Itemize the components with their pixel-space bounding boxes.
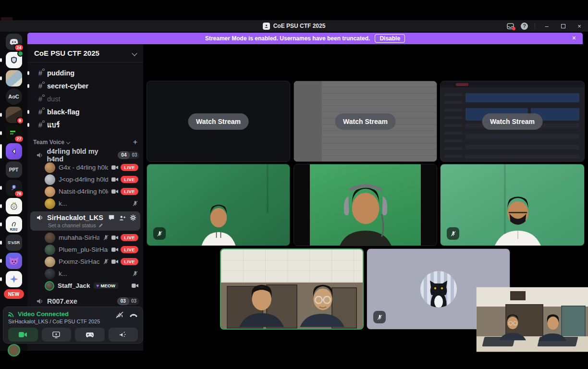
channel-pudding[interactable]: # pudding — [27, 66, 143, 79]
voice-member[interactable]: k... — [27, 268, 143, 280]
mic-muted-icon — [103, 234, 109, 241]
avatar — [45, 269, 55, 279]
watch-stream-button[interactable]: Watch Stream — [482, 113, 543, 130]
server-icon-r202[interactable]: R202 — [6, 216, 22, 233]
hash-lock-icon: # — [37, 95, 44, 103]
voice-member[interactable]: k... — [27, 197, 143, 209]
server-icon-cyber-shield[interactable] — [6, 52, 22, 68]
video-tile-participant-2[interactable] — [294, 164, 437, 246]
avatar — [45, 245, 55, 255]
hash-lock-icon: # — [37, 108, 44, 116]
channel-dust[interactable]: # dust — [27, 92, 143, 105]
maximize-button[interactable] — [558, 23, 568, 30]
video-tile-participant-3[interactable] — [440, 164, 585, 246]
server-icon-new[interactable]: NEW — [4, 289, 24, 299]
mic-muted-icon — [132, 271, 138, 277]
hash-lock-icon: # — [37, 82, 44, 90]
disconnect-call-icon[interactable] — [129, 313, 138, 317]
voice-channel-d4rling[interactable]: d4rling h0ld my h4nd 0403 — [27, 148, 143, 161]
noise-suppression-off-icon[interactable] — [116, 311, 123, 319]
unread-pill — [0, 241, 2, 245]
voice-channel-sirhackalot-selected[interactable]: SirHackalot_LKS Set a channel status — [30, 211, 140, 231]
voice-channel-r007[interactable]: R007.exe 0303 — [27, 295, 143, 308]
voice-member[interactable]: Natsit-d4rling h0ld ... LIVE — [27, 185, 143, 197]
voice-member[interactable]: G4x - d4rling h0ld m... LIVE — [27, 161, 143, 173]
title-bar: CoE PSU CTF 2025 — [0, 20, 588, 32]
minimize-button[interactable]: – — [542, 23, 551, 30]
camera-toggle-button[interactable] — [8, 328, 38, 342]
user-avatar-partial[interactable] — [8, 344, 20, 357]
help-icon[interactable]: ? — [521, 23, 528, 30]
video-tile-participant-1[interactable] — [147, 164, 290, 246]
inbox-icon[interactable] — [507, 23, 514, 29]
video-tile-speaking-pair[interactable] — [220, 248, 364, 330]
mic-muted-indicator — [373, 311, 386, 323]
hash-lock-icon: # — [37, 121, 44, 129]
soundboard-button[interactable] — [109, 328, 138, 342]
server-icon-sparkle[interactable] — [6, 271, 22, 287]
voice-member-staff[interactable]: Staff_Jack ♥ MEOW — [27, 280, 143, 292]
server-icon-doodle[interactable] — [6, 198, 22, 214]
cat-avatar — [420, 271, 457, 308]
unread-dot — [27, 110, 29, 114]
close-button[interactable]: × — [575, 23, 584, 30]
server-icon-hoodie-photo[interactable]: 9 — [6, 107, 22, 123]
banner-close-icon[interactable]: × — [572, 34, 576, 42]
camera-icon — [111, 259, 118, 264]
disable-streamer-mode-button[interactable]: Disable — [375, 34, 405, 43]
streamer-mode-banner: Streamer Mode is enabled. Usernames have… — [27, 33, 583, 44]
channel-secret-cyber[interactable]: # secret-cyber — [27, 79, 143, 92]
mic-muted-indicator — [447, 227, 459, 240]
activities-button[interactable] — [75, 328, 105, 342]
voice-location: SirHackalot_LKS / CoE PSU CTF 2025 — [8, 319, 100, 324]
voice-status: Video Connected — [18, 310, 69, 318]
live-badge: LIVE — [121, 258, 138, 265]
voice-member[interactable]: J<op-d4rling h0ld m... LIVE — [27, 173, 143, 185]
participant-silhouette — [315, 175, 416, 246]
server-icon-ctf-selected[interactable] — [6, 143, 22, 160]
server-icon-cat[interactable] — [6, 253, 22, 269]
live-badge: LIVE — [121, 164, 138, 171]
watch-stream-button[interactable]: Watch Stream — [188, 113, 249, 130]
server-icon-robot[interactable]: 76 — [6, 180, 22, 196]
streamer-mode-text: Streamer Mode is enabled. Usernames have… — [205, 35, 370, 42]
voice-member[interactable]: Pluem_plu-SirHacka... LIVE — [27, 244, 143, 256]
chevron-down-icon — [66, 140, 70, 144]
unread-pill — [0, 204, 2, 208]
invite-member-icon[interactable] — [119, 215, 126, 221]
stream-tile-1: Watch Stream — [147, 81, 290, 162]
live-badge: LIVE — [121, 188, 138, 195]
participant-masked-silhouette — [475, 188, 561, 246]
create-channel-icon[interactable]: + — [133, 138, 137, 147]
participant-silhouette — [183, 196, 255, 246]
server-header[interactable]: CoE PSU CTF 2025 — [27, 44, 143, 62]
unread-dot — [27, 123, 29, 127]
chat-icon[interactable] — [108, 214, 115, 221]
set-channel-status[interactable]: Set a channel status — [48, 222, 136, 228]
server-icon-ssr[interactable]: S'sSR — [6, 234, 22, 251]
pencil-icon — [98, 223, 103, 228]
channel-thai[interactable]: # แบร์ — [27, 118, 143, 131]
avatar — [45, 174, 55, 185]
channel-black-flag[interactable]: # black-flag — [27, 105, 143, 118]
server-icon-ppt[interactable]: PPT — [6, 161, 22, 178]
selected-server-pill — [0, 144, 2, 159]
watch-stream-button[interactable]: Watch Stream — [335, 113, 396, 130]
titlebar-divider — [535, 23, 535, 29]
voice-member[interactable]: Pxxmz-SirHackal... LIVE — [27, 256, 143, 268]
avatar — [45, 233, 55, 243]
connection-signal-icon — [8, 311, 15, 317]
discord-home-button[interactable]: 24 — [6, 34, 22, 50]
unread-badge: 9 — [16, 117, 24, 124]
server-icon-aoc[interactable]: AoC — [6, 88, 22, 105]
voice-member[interactable]: muhaha-SirHack... LIVE — [27, 232, 143, 244]
settings-gear-icon[interactable] — [130, 214, 136, 221]
category-team-voice[interactable]: Team Voice + — [27, 136, 143, 148]
self-view-pip[interactable] — [477, 287, 588, 352]
unread-dot — [27, 71, 29, 75]
stream-tile-3: Watch Stream — [440, 81, 585, 162]
server-icon-terminal[interactable]: 27 — [6, 125, 22, 141]
server-icon-photo-room[interactable] — [6, 70, 22, 86]
screen-share-button[interactable] — [42, 328, 72, 342]
hash-lock-icon: # — [37, 69, 44, 77]
